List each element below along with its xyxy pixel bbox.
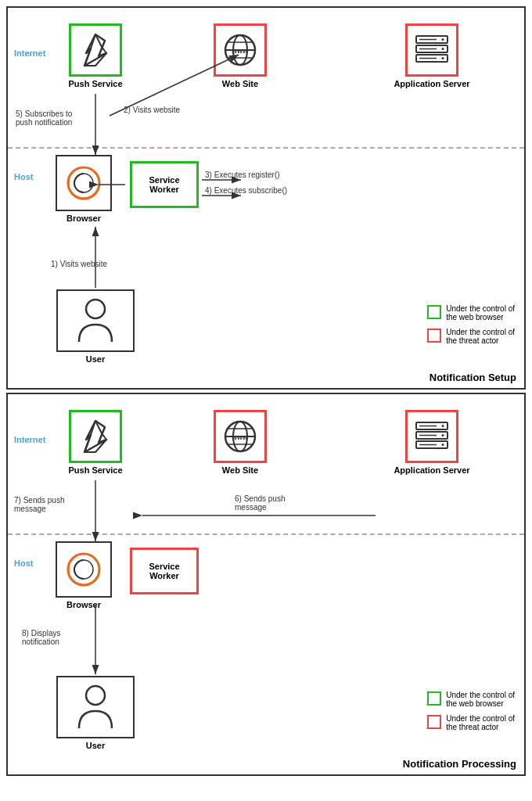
service-worker-label-1: Service Worker (137, 175, 192, 194)
push-service-label-1: Push Service (68, 79, 122, 88)
host-label-1: Host (14, 172, 33, 181)
app-server-label-2: Application Server (394, 465, 469, 475)
svg-text:www: www (231, 47, 249, 55)
legend-item-green-2: Under the control ofthe web browser (427, 691, 515, 708)
legend-red-text-2: Under the control ofthe threat actor (446, 714, 515, 731)
push-service-label-2: Push Service (68, 465, 122, 475)
step4-label: 4) Executes subscribe() (205, 186, 287, 195)
legend-red-text-1: Under the control ofthe threat actor (446, 328, 515, 345)
svg-point-9 (442, 38, 444, 41)
service-worker-box-2: Service Worker (125, 548, 203, 594)
step8-label: 8) Displays notification (22, 629, 60, 646)
browser-label-2: Browser (66, 600, 101, 609)
legend-box-red-2 (427, 715, 441, 729)
svg-point-11 (442, 57, 444, 59)
internet-label-1: Internet (14, 48, 45, 58)
svg-point-43 (86, 686, 105, 705)
legend-item-red-1: Under the control ofthe threat actor (427, 328, 515, 345)
diagram1-title: Notification Setup (430, 372, 516, 383)
app-server-box-2: Application Server (377, 410, 487, 475)
svg-point-36 (442, 434, 444, 436)
step6-label: 6) Sends push message (235, 494, 286, 512)
notification-setup-diagram: Internet Host Push Service (6, 6, 526, 390)
svg-point-17 (86, 300, 105, 318)
notification-processing-diagram: Internet Host Push Service (6, 393, 526, 776)
step1-label: 1) Visits website (51, 260, 107, 268)
step3-label: 3) Executes register() (205, 171, 280, 179)
dashed-separator-1 (8, 147, 524, 149)
service-worker-box-1: Service Worker (125, 161, 203, 208)
svg-point-37 (442, 444, 444, 446)
diagram2-title: Notification Processing (403, 758, 516, 770)
push-service-box-2: Push Service (49, 410, 142, 475)
svg-point-10 (442, 48, 444, 50)
internet-label-2: Internet (14, 435, 45, 444)
browser-box-2: Browser (49, 541, 119, 609)
legend-box-green-1 (427, 305, 441, 319)
dashed-separator-2 (8, 533, 524, 535)
step7-label: 7) Sends push message (14, 496, 65, 513)
user-label-2: User (86, 741, 105, 750)
browser-box-1: Browser (49, 155, 119, 223)
web-site-label-2: Web Site (222, 465, 258, 475)
web-site-box-2: www Web Site (197, 410, 283, 475)
browser-label-1: Browser (66, 214, 101, 223)
legend-green-text-2: Under the control ofthe web browser (446, 691, 515, 708)
user-box-2: User (49, 676, 142, 750)
web-site-label-1: Web Site (222, 79, 258, 88)
legend-1: Under the control ofthe web browser Unde… (427, 304, 515, 345)
svg-point-35 (442, 425, 444, 427)
legend-green-text-1: Under the control ofthe web browser (446, 304, 515, 321)
user-label-1: User (86, 354, 105, 364)
legend-box-red-1 (427, 329, 441, 343)
app-server-box-1: Application Server (377, 23, 487, 88)
service-worker-label-2: Service Worker (137, 562, 192, 580)
user-box-1: User (49, 289, 142, 364)
legend-item-red-2: Under the control ofthe threat actor (427, 714, 515, 731)
step2-label: 2) Visits website (124, 106, 180, 114)
legend-item-green-1: Under the control ofthe web browser (427, 304, 515, 321)
web-site-box-1: www Web Site (197, 23, 283, 88)
app-server-label-1: Application Server (394, 79, 469, 88)
legend-box-green-2 (427, 691, 441, 706)
legend-2: Under the control ofthe web browser Unde… (427, 691, 515, 731)
svg-text:www: www (231, 433, 249, 441)
step5-label: 5) Subscribes to push notification (16, 110, 72, 127)
host-label-2: Host (14, 559, 33, 568)
push-service-box-1: Push Service (49, 23, 142, 88)
